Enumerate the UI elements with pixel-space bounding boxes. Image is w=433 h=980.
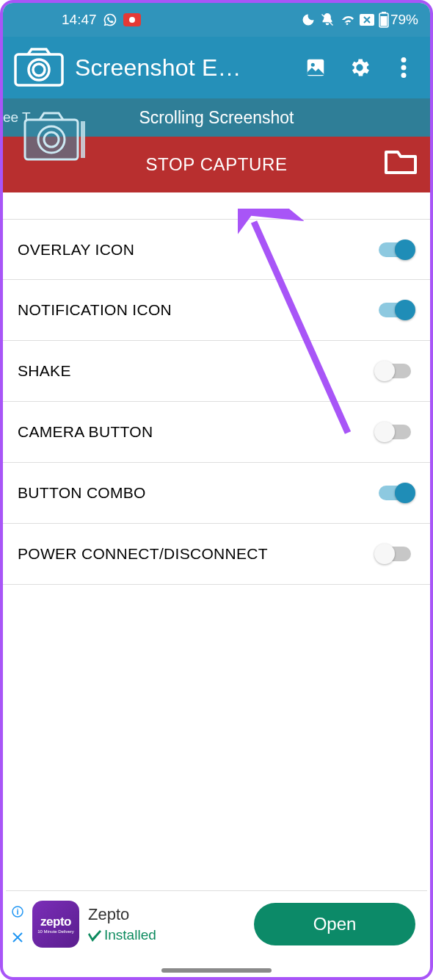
status-left: 14:47 [62, 12, 141, 28]
svg-point-8 [33, 64, 45, 76]
settings-list: OVERLAY ICONNOTIFICATION ICONSHAKECAMERA… [3, 219, 430, 585]
image-icon[interactable] [304, 56, 327, 79]
setting-label: SHAKE [18, 362, 71, 380]
setting-row[interactable]: CAMERA BUTTON [3, 402, 430, 463]
mute-icon [320, 12, 335, 27]
ad-installed-status: Installed [88, 927, 245, 943]
checkmark-icon [88, 929, 101, 942]
banner-title: Scrolling Screenshot [139, 108, 294, 128]
toggle-switch[interactable] [374, 298, 415, 323]
home-indicator[interactable] [161, 968, 272, 973]
status-bar: 14:47 79% [3, 3, 430, 37]
setting-row[interactable]: BUTTON COMBO [3, 463, 430, 524]
setting-label: CAMERA BUTTON [18, 423, 153, 441]
stop-capture-label: STOP CAPTURE [145, 154, 287, 175]
toggle-switch[interactable] [374, 419, 415, 444]
status-right: 79% [301, 12, 418, 28]
ad-title: Zepto [88, 905, 245, 924]
ad-logo[interactable]: zepto 10 Minute Delivery [32, 901, 79, 948]
app-camera-icon [13, 47, 68, 88]
setting-row[interactable]: OVERLAY ICON [3, 219, 430, 280]
toggle-switch[interactable] [374, 237, 415, 262]
setting-row[interactable]: NOTIFICATION ICON [3, 280, 430, 341]
setting-row[interactable]: POWER CONNECT/DISCONNECT [3, 524, 430, 585]
svg-point-10 [311, 63, 315, 67]
folder-icon[interactable] [385, 149, 417, 180]
svg-point-7 [29, 60, 49, 80]
svg-rect-5 [380, 16, 387, 26]
svg-rect-17 [81, 121, 85, 158]
svg-point-1 [129, 17, 135, 23]
more-menu-icon[interactable] [392, 56, 415, 79]
svg-point-13 [401, 73, 407, 78]
status-time: 14:47 [62, 12, 97, 28]
setting-row[interactable]: SHAKE [3, 341, 430, 402]
record-icon [123, 13, 141, 26]
toggle-switch[interactable] [374, 541, 415, 566]
toggle-switch[interactable] [374, 480, 415, 505]
battery-icon: 79% [379, 12, 418, 28]
battery-percent: 79% [390, 12, 418, 28]
ad-logo-subtitle: 10 Minute Delivery [37, 929, 74, 934]
ad-close-icon[interactable] [12, 932, 23, 943]
ad-cta-label: Open [313, 914, 357, 934]
ad-logo-text: zepto [40, 915, 71, 929]
setting-label: BUTTON COMBO [18, 484, 146, 502]
ad-status-text: Installed [104, 927, 156, 943]
setting-label: OVERLAY ICON [18, 241, 134, 259]
toggle-switch[interactable] [374, 359, 415, 383]
settings-gear-icon[interactable] [348, 56, 371, 79]
dnd-moon-icon [301, 12, 316, 27]
setting-label: POWER CONNECT/DISCONNECT [18, 545, 268, 563]
ad-info-icon[interactable]: i [12, 906, 23, 918]
no-sim-icon [360, 14, 374, 26]
wifi-icon [339, 13, 355, 26]
app-title: Screenshot E… [75, 54, 304, 82]
ad-banner: i zepto 10 Minute Delivery Zepto Install… [6, 890, 427, 956]
svg-point-12 [401, 65, 407, 71]
svg-text:i: i [16, 907, 18, 916]
app-bar: Screenshot E… [3, 37, 430, 98]
svg-point-11 [401, 57, 407, 62]
floating-camera-overlay[interactable] [22, 109, 88, 165]
whatsapp-icon [103, 12, 117, 27]
setting-label: NOTIFICATION ICON [18, 301, 172, 319]
ad-open-button[interactable]: Open [254, 903, 415, 945]
